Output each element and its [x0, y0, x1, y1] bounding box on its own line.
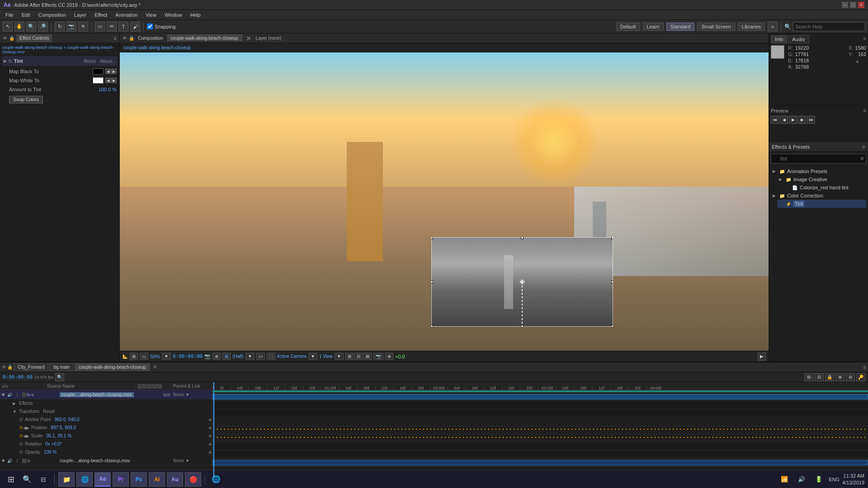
pos-nav-prev[interactable]: ◀ [23, 426, 26, 430]
timeline-tab-couple[interactable]: couple-walk-along-beach-closeup [75, 363, 150, 371]
region-btn[interactable]: ▭ [256, 353, 265, 360]
preview-next-btn[interactable]: ▶ [798, 116, 806, 124]
layer-1-transform-row[interactable]: ▼ Transform Reset [0, 408, 212, 416]
about-btn[interactable]: About... [100, 59, 116, 64]
taskbar-browser[interactable]: 🌐 [76, 472, 93, 487]
tint-toggle-icon[interactable]: ▶ [4, 59, 7, 63]
search-tool-btn[interactable]: 🔎 [38, 22, 48, 32]
maximize-btn[interactable]: □ [850, 2, 856, 8]
task-view-btn[interactable]: ⊟ [36, 472, 51, 487]
layer-1-audio[interactable]: 🔊 [6, 392, 13, 398]
handle-tr[interactable] [611, 237, 613, 239]
pos-stopwatch[interactable]: ⏱ [19, 426, 23, 430]
resolution-dropdown[interactable]: ▼ [245, 353, 255, 360]
layer-1-effects-row[interactable]: ▶ Effects [0, 399, 212, 408]
effects-menu-btn[interactable]: ≡ [862, 144, 865, 150]
pos-nav-next[interactable]: ▶ [26, 426, 29, 430]
animation-presets-item[interactable]: ▶ 📁 Animation Presets [771, 167, 866, 175]
workspace-learn[interactable]: Learn [643, 23, 664, 31]
tl-opt-2[interactable]: ⊟ [815, 373, 824, 381]
close-btn-title[interactable]: ✕ [858, 2, 864, 8]
tl-opt-1[interactable]: ⊞ [804, 373, 813, 381]
effects-search-input[interactable] [771, 154, 866, 164]
tl-opt-5[interactable]: ⊖ [846, 373, 855, 381]
menu-view[interactable]: View [142, 11, 160, 19]
timeline-ruler[interactable]: 0f 04f 08f 12f 16f 20f 01:00f 04f 08f 12… [212, 382, 868, 390]
scale-nav-next[interactable]: ▶ [26, 434, 29, 438]
search-taskbar-btn[interactable]: 🔍 [20, 472, 34, 487]
tl-opt-6[interactable]: 🔑 [856, 373, 865, 381]
tl-search-btn[interactable]: 🔍 [55, 373, 64, 381]
arrow-up-black[interactable]: ◀ [105, 69, 111, 74]
taskbar-ai[interactable]: Ai [149, 472, 165, 487]
tl-opt-3[interactable]: 🔒 [825, 373, 834, 381]
taskbar-ae[interactable]: Ae [94, 472, 111, 487]
taskbar-au[interactable]: Au [167, 472, 183, 487]
search-help-input[interactable] [793, 22, 865, 31]
opacity-row[interactable]: ⏱ Opacity 100 % ⊕ [0, 448, 212, 456]
opacity-stopwatch[interactable]: ⏱ [19, 450, 23, 455]
handle-bl[interactable] [431, 325, 433, 327]
info-menu-btn[interactable]: ≡ [863, 35, 866, 43]
menu-composition[interactable]: Composition [35, 11, 70, 19]
light-tool-btn[interactable]: ☀ [78, 22, 88, 32]
position-value[interactable]: 897.5, 809.0 [51, 425, 76, 430]
image-creative-item[interactable]: ▶ 📁 Image Creative [777, 175, 866, 183]
preview-menu-btn[interactable]: ≡ [863, 108, 866, 114]
pen-tool-btn[interactable]: ✏ [107, 22, 117, 32]
taskbar-network[interactable]: 📶 [777, 472, 792, 487]
handle-ml[interactable] [431, 281, 433, 283]
layer-1-parent[interactable]: None ▼ [171, 392, 212, 397]
exposure-btn[interactable]: ⊕ [212, 353, 221, 360]
zoom-tool-btn[interactable]: 🔍 [26, 22, 36, 32]
text-tool-btn[interactable]: T [118, 22, 128, 32]
workspace-small-screen[interactable]: Small Screen [697, 23, 735, 31]
arrow-down-black[interactable]: ▶ [111, 69, 117, 74]
workspace-standard[interactable]: Standard [666, 23, 695, 31]
preview-first-btn[interactable]: ⏮ [771, 116, 779, 124]
anchor-point-row[interactable]: ⏱ Anchor Point 960.0, 540.0 ⊕ [0, 416, 212, 424]
brush-tool-btn[interactable]: 🖌 [130, 22, 140, 32]
preview-icon-btn[interactable]: 📐 [123, 354, 128, 359]
layer-2-track-bar[interactable] [212, 460, 868, 465]
timecode-display[interactable]: 0:00:00:00 [173, 353, 203, 359]
rotate-tool-btn[interactable]: ↻ [55, 22, 65, 32]
view-opt-1[interactable]: ⊞ [345, 353, 354, 360]
comp-layer-tab[interactable]: Layer (none) [253, 35, 284, 41]
viewer-grid-btn[interactable]: ⊞ [130, 353, 138, 360]
taskbar-lang[interactable]: ENG [829, 477, 840, 482]
resolution-select[interactable]: (Half) [232, 354, 243, 359]
reset-btn[interactable]: Reset [84, 59, 95, 64]
tint-item[interactable]: ▶ ⚡ Tint [777, 200, 866, 208]
handle-br[interactable] [611, 325, 613, 327]
selection-tool-btn[interactable]: ↖ [3, 22, 13, 32]
hand-tool-btn[interactable]: ✋ [14, 22, 24, 32]
effects-search-close[interactable]: ✕ [860, 155, 864, 162]
map-white-swatch[interactable] [93, 77, 104, 84]
view-opt-display[interactable]: ⊕ [385, 353, 393, 360]
opacity-value[interactable]: 100 % [44, 450, 57, 455]
view-opt-camera[interactable]: 📷 [373, 353, 383, 360]
minimize-btn[interactable]: ─ [842, 2, 848, 8]
audio-tab[interactable]: Audio [788, 35, 809, 43]
swap-colors-btn[interactable]: Swap Colors [9, 96, 43, 103]
color-correction-toggle[interactable]: ⊞ [222, 353, 231, 360]
handle-tl[interactable] [431, 237, 433, 239]
menu-file[interactable]: File [2, 11, 17, 19]
comp-main-tab[interactable]: couple-walk-along-beach-closeup [167, 34, 242, 42]
view-select[interactable]: 1 View [319, 354, 333, 359]
menu-effect[interactable]: Effect [91, 11, 111, 19]
camera-select[interactable]: Active Camera [277, 354, 307, 359]
position-row[interactable]: ⏱ ◀ ▶ Position 897.5, 809.0 ⊕ [0, 424, 212, 432]
preview-prev-btn[interactable]: ◀ [780, 116, 788, 124]
timeline-tab-close[interactable]: ✕ [153, 364, 157, 370]
menu-window[interactable]: Window [161, 11, 186, 19]
tl-timecode[interactable]: 0:00:00:00 [3, 374, 33, 380]
timeline-tab-city[interactable]: City_Forward [14, 363, 48, 371]
timeline-tab-bg[interactable]: bg main [49, 363, 74, 371]
view-opt-3[interactable]: ⊠ [363, 353, 372, 360]
transparency-btn[interactable]: ⬚ [267, 353, 275, 360]
rect-tool-btn[interactable]: ▭ [95, 22, 105, 32]
view-dropdown[interactable]: ▼ [335, 353, 344, 360]
info-tab[interactable]: Info [771, 35, 787, 43]
